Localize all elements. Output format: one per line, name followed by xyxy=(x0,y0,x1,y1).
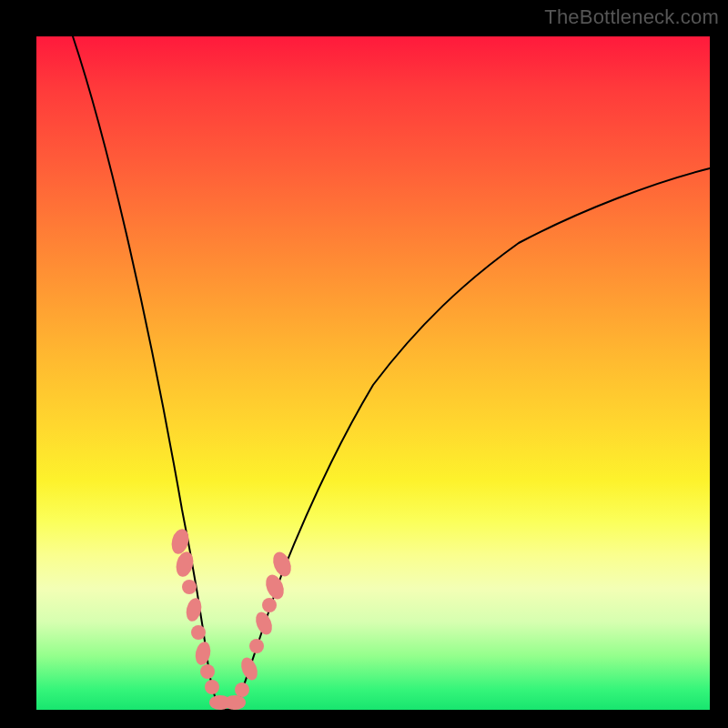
marker-dot xyxy=(200,664,215,679)
marker-dot xyxy=(193,641,212,667)
marker-dot xyxy=(182,580,197,594)
marker-dot xyxy=(253,610,276,637)
marker-dot xyxy=(191,625,206,640)
chart-frame: TheBottleneck.com xyxy=(0,0,728,728)
marker-dot xyxy=(262,598,277,612)
watermark-text: TheBottleneck.com xyxy=(544,5,719,29)
marker-dot xyxy=(205,680,219,694)
curves-layer xyxy=(36,36,710,710)
plot-area xyxy=(36,36,710,710)
marker-dot xyxy=(174,550,197,579)
marker-dot xyxy=(235,682,249,697)
marker-dot xyxy=(262,572,287,602)
marker-dot xyxy=(238,655,261,682)
marker-dot xyxy=(249,639,264,653)
marker-dot xyxy=(169,527,192,556)
marker-dot xyxy=(224,695,246,710)
curve-right-branch xyxy=(237,168,710,705)
